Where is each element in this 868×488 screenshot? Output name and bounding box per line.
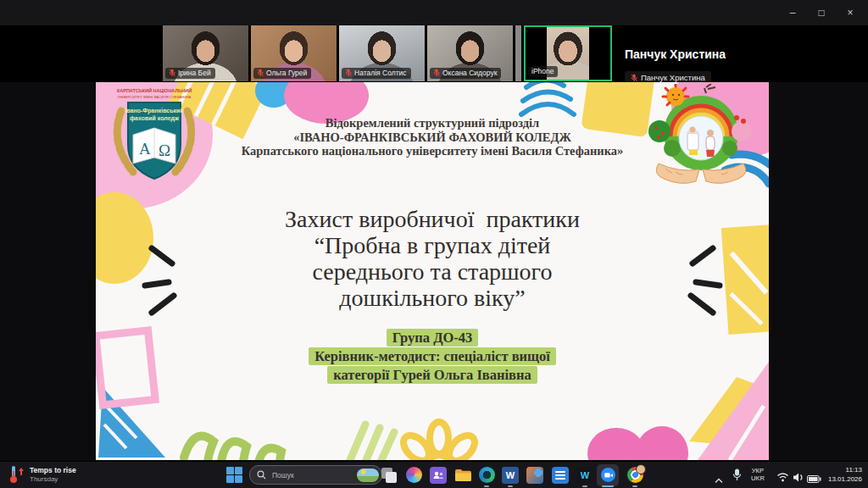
language-indicator[interactable]: УКР UKR: [751, 467, 765, 482]
zoom-icon: [597, 464, 619, 486]
battery-icon: [807, 475, 821, 483]
close-button[interactable]: ×: [836, 0, 865, 25]
participant-strip: Ірина Бей Ольга Гурей Наталія Солтис: [0, 25, 868, 82]
muted-mic-icon: [433, 69, 440, 77]
participant-tile[interactable]: Ольга Гурей: [251, 25, 337, 81]
participant-name: iPhone: [531, 67, 554, 75]
volume-button[interactable]: [793, 470, 804, 485]
start-icon: [235, 467, 242, 474]
chrome-icon: [627, 467, 643, 483]
active-speaker-tile[interactable]: iPhone: [524, 25, 612, 81]
minimize-button[interactable]: –: [778, 0, 807, 25]
header-line: Карпатського національного університету …: [96, 144, 769, 158]
search-weather-thumbnail: [357, 469, 379, 482]
participant-name: Оксана Сидорук: [442, 69, 497, 77]
participant-name: Ольга Гурей: [266, 69, 307, 77]
start-icon: [226, 475, 234, 483]
language-line1: УКР: [751, 467, 765, 474]
slide-credits: Група ДО-43 Керівник-методист: спеціаліс…: [96, 328, 769, 384]
wifi-button[interactable]: [776, 470, 789, 485]
participant-name-pill: Ольга Гурей: [253, 68, 311, 79]
browser-app-button[interactable]: [476, 464, 498, 486]
participant-name-pill: Оксана Сидорук: [430, 68, 501, 79]
participant-name: Ірина Бей: [178, 69, 211, 77]
header-line: «ІВАНО-ФРАНКІВСЬКИЙ ФАХОВИЙ КОЛЕДЖ: [96, 130, 769, 145]
search-icon: [257, 470, 266, 480]
crest-university-line1: КАРПАТСЬКИЙ НАЦІОНАЛЬНИЙ: [117, 87, 192, 93]
running-indicator: [484, 485, 489, 488]
title-line: дошкільного віку”: [96, 285, 769, 311]
partial-participant-tile[interactable]: [515, 25, 521, 81]
window-titlebar: – □ ×: [0, 0, 868, 25]
close-icon: ×: [847, 7, 853, 19]
muted-mic-icon: [345, 69, 352, 77]
widget-subtext: Thursday: [30, 475, 76, 484]
zoom-meeting-window: – □ × Ірина Бей Ольга Гурей: [0, 0, 868, 488]
blue-app-button[interactable]: [549, 464, 571, 486]
start-icon: [226, 467, 234, 474]
participant-name-pill: Ірина Бей: [165, 68, 215, 79]
shared-presentation-slide: КАРПАТСЬКИЙ НАЦІОНАЛЬНИЙ УНІВЕРСИТЕТ ІМЕ…: [96, 82, 769, 460]
zoom-app-button[interactable]: [597, 464, 619, 486]
battery-button[interactable]: [807, 471, 821, 486]
copilot-icon: [406, 467, 422, 483]
participant-name: Наталія Солтис: [354, 69, 407, 77]
browser-icon: [479, 467, 495, 483]
crest-university-line2: УНІВЕРСИТЕТ ІМЕНІ ВАСИЛЯ СТЕФАНИКА: [118, 95, 192, 99]
wifi-icon: [776, 472, 789, 482]
folder-icon: [454, 468, 471, 482]
taskbar-search[interactable]: [249, 465, 382, 485]
title-line: середнього та старшого: [96, 258, 769, 285]
header-line: Відокремлений структурний підрозділ: [96, 116, 769, 130]
window-controls: – □ ×: [778, 0, 865, 25]
maximize-icon: □: [818, 7, 824, 19]
tray-date: 13.01.2026: [828, 475, 862, 485]
start-button[interactable]: [226, 467, 242, 483]
active-app-indicator: [602, 485, 614, 488]
credit-line: категорії Гурей Ольга Іванівна: [327, 366, 537, 384]
tray-clock[interactable]: 11:13 13.01.2026: [828, 466, 862, 484]
participant-tile[interactable]: Ірина Бей: [163, 25, 248, 81]
credit-line: Керівник-методист: спеціаліст вищої: [309, 347, 556, 365]
running-indicator: [508, 485, 513, 488]
muted-mic-icon: [257, 69, 264, 77]
language-line2: UKR: [751, 474, 765, 482]
webex-button[interactable]: W: [574, 464, 596, 486]
muted-mic-icon: [631, 74, 637, 82]
cloud-app-button[interactable]: [524, 464, 546, 486]
video-camera-icon: [603, 469, 614, 480]
active-speaker-pill-name: Панчук Христина: [641, 73, 705, 82]
slide-institution-header: Відокремлений структурний підрозділ «ІВА…: [96, 116, 769, 158]
participant-tile[interactable]: Наталія Солтис: [339, 25, 425, 81]
title-line: Захист виробничої практики: [96, 206, 769, 232]
word-icon: W: [502, 467, 519, 484]
blue-app-icon: [552, 467, 569, 484]
word-button[interactable]: W: [499, 464, 521, 486]
running-indicator: [582, 485, 587, 488]
chrome-button[interactable]: [624, 464, 646, 486]
maximize-button[interactable]: □: [807, 0, 836, 25]
file-explorer-button[interactable]: [452, 464, 474, 486]
webex-icon: W: [576, 467, 593, 484]
cloud-app-icon: [526, 467, 543, 484]
chevron-up-icon: [715, 478, 723, 484]
running-indicator: [632, 485, 637, 488]
muted-mic-icon: [169, 69, 175, 77]
search-input[interactable]: [270, 470, 357, 480]
windows-taskbar: Temps to rise Thursday: [0, 461, 868, 488]
participant-tile[interactable]: Оксана Сидорук: [427, 25, 513, 81]
task-view-icon-front: [386, 472, 397, 483]
tray-chevron-button[interactable]: [715, 472, 723, 487]
participant-name-pill: iPhone: [528, 66, 558, 77]
weather-widget[interactable]: Temps to rise Thursday: [8, 465, 76, 484]
copilot-button[interactable]: [403, 464, 425, 486]
people-app-button[interactable]: [427, 464, 449, 486]
speaker-icon: [793, 473, 804, 482]
people-icon: [430, 467, 447, 484]
start-icon: [235, 475, 242, 483]
crest-college-line1: Івано-Франківський: [125, 108, 183, 114]
task-view-button[interactable]: [378, 464, 400, 486]
slide-main-title: Захист виробничої практики “Пробна в гру…: [96, 206, 769, 311]
minimize-icon: –: [790, 7, 796, 19]
tray-microphone-button[interactable]: [732, 469, 742, 485]
